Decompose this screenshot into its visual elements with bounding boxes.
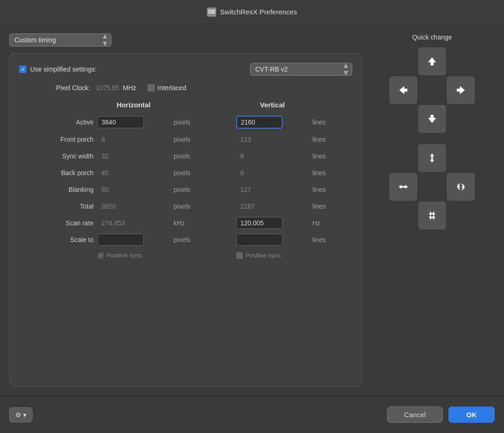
pixel-clock-row: Pixel Clock: 1075,85 MHz Interlaced bbox=[19, 84, 352, 92]
interlaced-row: Interlaced bbox=[148, 84, 186, 92]
back-porch-h-unit: pixels bbox=[172, 164, 213, 181]
arrow-right-button[interactable] bbox=[447, 76, 475, 104]
row-label-scale-to: Scale to bbox=[19, 231, 96, 248]
resize-empty-tr bbox=[447, 144, 475, 172]
v-positive-sync-label: Positive sync. bbox=[246, 252, 282, 259]
arrow-empty-tl bbox=[389, 47, 417, 75]
arrow-up-button[interactable] bbox=[418, 47, 446, 75]
row-label-total: Total bbox=[19, 198, 96, 215]
arrow-down-button[interactable] bbox=[418, 105, 446, 133]
row-label-sync-width: Sync width bbox=[19, 148, 96, 164]
scan-rate-h-input[interactable] bbox=[97, 217, 144, 229]
vertical-header: Vertical bbox=[234, 101, 311, 113]
resize-expand-h-button[interactable] bbox=[389, 173, 417, 201]
total-v-input[interactable] bbox=[236, 200, 283, 212]
timing-table: Horizontal Vertical Active pixels bbox=[19, 101, 352, 261]
arrow-grid-1 bbox=[389, 47, 475, 133]
pixel-clock-value: 1075,85 bbox=[96, 84, 119, 92]
active-v-input[interactable] bbox=[236, 116, 283, 129]
cvt-dropdown-wrapper: CVT-RB v2 ▲▼ bbox=[250, 63, 352, 76]
arrow-empty-bl bbox=[389, 105, 417, 133]
table-row: Total pixels lines bbox=[19, 198, 352, 215]
ok-button[interactable]: OK bbox=[448, 407, 495, 423]
scale-to-h-input[interactable] bbox=[97, 234, 144, 246]
scan-rate-h-unit: kHz bbox=[172, 215, 213, 231]
front-porch-v-unit: lines bbox=[310, 131, 352, 148]
app-icon: ⌨ bbox=[207, 7, 216, 17]
sync-row: Positive sync. Positive sync. bbox=[19, 248, 352, 261]
left-icon bbox=[397, 84, 409, 96]
resize-empty-tl bbox=[389, 144, 417, 172]
custom-timing-dropdown[interactable]: Custom timing bbox=[9, 33, 111, 46]
custom-timing-row: Custom timing ▲▼ bbox=[9, 33, 362, 46]
simplified-settings-row: Use simplified settings: CVT-RB v2 ▲▼ bbox=[19, 63, 352, 76]
window-title: SwitchResX Preferences bbox=[220, 8, 297, 16]
expand-vertical-icon bbox=[426, 152, 438, 164]
button-group: Cancel OK bbox=[387, 407, 495, 423]
blanking-h-input[interactable] bbox=[97, 184, 144, 196]
arrow-grid-2 bbox=[389, 144, 475, 230]
sync-width-h-unit: pixels bbox=[172, 148, 213, 164]
bottom-bar: ⚙ ▾ Cancel OK bbox=[0, 396, 504, 433]
sync-width-v-input[interactable] bbox=[236, 150, 283, 162]
resize-expand-v-button[interactable] bbox=[418, 144, 446, 172]
front-porch-h-unit: pixels bbox=[172, 131, 213, 148]
h-positive-sync-label: Positive sync. bbox=[107, 252, 143, 259]
total-h-input[interactable] bbox=[97, 200, 144, 212]
table-row: Active pixels lines bbox=[19, 113, 352, 131]
blanking-h-unit: pixels bbox=[172, 181, 213, 198]
simplified-settings-label: Use simplified settings: bbox=[30, 66, 97, 73]
mhz-label: MHz bbox=[123, 84, 136, 92]
back-porch-h-input[interactable] bbox=[97, 167, 144, 179]
gear-dropdown-arrow-icon: ▾ bbox=[23, 411, 26, 419]
arrow-left-button[interactable] bbox=[389, 76, 417, 104]
scale-to-h-unit: pixels bbox=[172, 231, 213, 248]
resize-empty-bl bbox=[389, 202, 417, 230]
title-bar: ⌨ SwitchResX Preferences bbox=[0, 0, 504, 24]
cancel-button[interactable]: Cancel bbox=[387, 407, 443, 423]
row-label-scan-rate: Scan rate bbox=[19, 215, 96, 231]
simplified-left: Use simplified settings: bbox=[19, 66, 97, 73]
v-positive-sync: Positive sync. bbox=[236, 252, 350, 259]
pixel-clock-label: Pixel Clock: bbox=[56, 84, 90, 92]
form-panel: Use simplified settings: CVT-RB v2 ▲▼ Pi… bbox=[9, 53, 362, 387]
scale-to-v-unit: lines bbox=[310, 231, 352, 248]
active-h-input[interactable] bbox=[97, 116, 144, 128]
table-row: Sync width pixels lines bbox=[19, 148, 352, 164]
back-porch-v-unit: lines bbox=[310, 164, 352, 181]
sync-width-h-input[interactable] bbox=[97, 150, 144, 162]
h-positive-sync-checkbox[interactable] bbox=[97, 252, 104, 259]
front-porch-v-input[interactable] bbox=[236, 133, 283, 145]
front-porch-h-input[interactable] bbox=[97, 133, 144, 145]
row-label-front-porch: Front porch bbox=[19, 131, 96, 148]
scale-to-v-input[interactable] bbox=[236, 234, 283, 246]
arrow-center bbox=[418, 76, 446, 104]
active-v-unit: lines bbox=[310, 113, 352, 131]
horizontal-header: Horizontal bbox=[96, 101, 172, 113]
simplified-settings-checkbox[interactable] bbox=[19, 66, 26, 73]
compress-icon bbox=[455, 181, 467, 193]
table-row: Scan rate kHz Hz bbox=[19, 215, 352, 231]
cvt-dropdown[interactable]: CVT-RB v2 bbox=[250, 63, 352, 76]
resize-empty-br bbox=[447, 202, 475, 230]
table-row: Blanking pixels lines bbox=[19, 181, 352, 198]
blanking-v-input[interactable] bbox=[236, 184, 283, 196]
resize-compress-button[interactable] bbox=[447, 173, 475, 201]
resize-center bbox=[418, 173, 446, 201]
table-row: Back porch pixels lines bbox=[19, 164, 352, 181]
scan-rate-v-input[interactable] bbox=[236, 217, 283, 229]
row-label-active: Active bbox=[19, 113, 96, 131]
right-panel: Quick change bbox=[369, 33, 495, 387]
back-porch-v-input[interactable] bbox=[236, 167, 283, 179]
interlaced-checkbox[interactable] bbox=[148, 84, 155, 92]
v-positive-sync-checkbox[interactable] bbox=[236, 252, 243, 259]
blanking-v-unit: lines bbox=[310, 181, 352, 198]
arrow-empty-br bbox=[447, 105, 475, 133]
custom-timing-dropdown-wrapper: Custom timing ▲▼ bbox=[9, 33, 111, 46]
gear-button[interactable]: ⚙ ▾ bbox=[9, 407, 32, 422]
row-label-back-porch: Back porch bbox=[19, 164, 96, 181]
left-panel: Custom timing ▲▼ Use simplified settings… bbox=[9, 33, 362, 387]
resize-shrink-button[interactable] bbox=[418, 202, 446, 230]
gear-icon: ⚙ bbox=[15, 411, 21, 419]
total-h-unit: pixels bbox=[172, 198, 213, 215]
